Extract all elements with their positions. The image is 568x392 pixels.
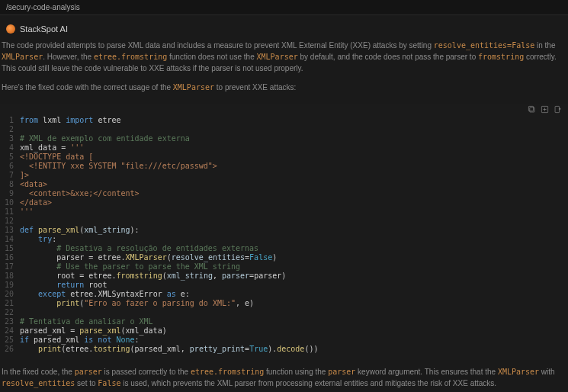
code-line: 24parsed_xml = parse_xml(xml_data) (3, 326, 562, 336)
code-line: 9 <content>&xxe;</content> (3, 189, 562, 198)
code-line: 4xml_data = ''' (3, 143, 562, 153)
code-line: 18 root = etree.fromstring(xml_string, p… (3, 272, 562, 281)
code-line: 17 # Use the parser to parse the XML str… (3, 262, 562, 272)
text: is passed correctly to the (102, 368, 191, 376)
text: set to (75, 379, 98, 387)
text: with (539, 368, 555, 376)
line-content: # Use the parser to parse the XML string (20, 262, 240, 272)
text: to prevent XXE attacks: (214, 83, 296, 92)
line-number: 8 (3, 180, 20, 189)
line-number: 19 (3, 281, 20, 290)
text: in the (534, 41, 555, 50)
line-content: </data> (20, 198, 52, 207)
assistant-message: The code provided attempts to parse XML … (0, 38, 568, 96)
code-line: 12 (3, 217, 562, 226)
code-line: 14 try: (3, 235, 562, 244)
line-number: 4 (3, 143, 20, 153)
line-number: 10 (3, 198, 20, 207)
line-content: print("Erro ao fazer o parsing do XML:",… (20, 299, 254, 308)
new-file-icon[interactable] (554, 105, 562, 114)
line-number: 26 (3, 345, 20, 354)
code-line: 1from lxml import etree (3, 116, 562, 125)
svg-rect-5 (555, 106, 560, 112)
line-number: 13 (3, 226, 20, 235)
line-number: 14 (3, 235, 20, 244)
line-content: <!ENTITY xxe SYSTEM "file:///etc/passwd"… (20, 162, 217, 171)
code-line: 7]> (3, 171, 562, 180)
inline-code: parser (75, 368, 102, 376)
line-content: except etree.XMLSyntaxError as e: (20, 290, 190, 299)
text: is used, which prevents the XML parser f… (120, 379, 496, 387)
line-content: if parsed_xml is not None: (20, 336, 140, 345)
line-content: parsed_xml = parse_xml(xml_data) (20, 326, 167, 336)
line-content: def parse_xml(xml_string): (20, 226, 140, 235)
assistant-header: StackSpot AI (0, 15, 568, 38)
code-line: 13def parse_xml(xml_string): (3, 226, 562, 235)
line-content: <data> (20, 180, 47, 189)
line-content: ]> (20, 171, 29, 180)
line-number: 6 (3, 162, 20, 171)
line-content: print(etree.tostring(parsed_xml, pretty_… (20, 345, 318, 354)
text: . However, the (43, 53, 94, 61)
code-line: 25if parsed_xml is not None: (3, 336, 562, 345)
inline-code: XMLParser (257, 53, 298, 61)
code-line: 26 print(etree.tostring(parsed_xml, pret… (3, 345, 562, 354)
code-line: 20 except etree.XMLSyntaxError as e: (3, 290, 562, 299)
code-line: 15 # Desativa a resolução de entidades e… (3, 244, 562, 253)
text: function using the (264, 368, 328, 376)
code-line: 23# Tentativa de analisar o XML (3, 317, 562, 326)
inline-code: etree.fromstring (191, 368, 264, 376)
code-line: 2 (3, 125, 562, 134)
line-number: 18 (3, 272, 20, 281)
code-line: 6 <!ENTITY xxe SYSTEM "file:///etc/passw… (3, 162, 562, 171)
line-number: 23 (3, 317, 20, 326)
line-number: 11 (3, 207, 20, 217)
code-line: 10</data> (3, 198, 562, 207)
code-line: 22 (3, 308, 562, 317)
line-content: xml_data = ''' (20, 143, 84, 153)
line-number: 7 (3, 171, 20, 180)
code-toolbar (528, 105, 562, 114)
inline-code: XMLParser (2, 53, 43, 61)
line-number: 25 (3, 336, 20, 345)
code-line: 3# XML de exemplo com entidade externa (3, 134, 562, 143)
line-number: 24 (3, 326, 20, 336)
line-content: # XML de exemplo com entidade externa (20, 134, 190, 143)
text: Here's the fixed code with the correct u… (2, 83, 173, 92)
svg-rect-0 (530, 108, 534, 112)
line-number: 15 (3, 244, 20, 253)
assistant-footer-message: In the fixed code, the parser is passed … (0, 360, 568, 390)
inline-code: XMLParser (173, 83, 214, 92)
inline-code: resolve_entities (2, 379, 75, 387)
text: keyword argument. This ensures that the (355, 368, 498, 376)
text: In the fixed code, the (2, 368, 75, 376)
line-number: 20 (3, 290, 20, 299)
code-line: 19 return root (3, 281, 562, 290)
line-number: 5 (3, 153, 20, 162)
line-content: from lxml import etree (20, 116, 120, 125)
line-number: 21 (3, 299, 20, 308)
line-number: 16 (3, 253, 20, 262)
line-number: 12 (3, 217, 20, 226)
line-content: <!DOCTYPE data [ (20, 153, 93, 162)
code-line: 8<data> (3, 180, 562, 189)
inline-code: resolve_entities=False (434, 41, 534, 50)
code-line: 11''' (3, 207, 562, 217)
inline-code: False (98, 379, 120, 387)
line-number: 9 (3, 189, 20, 198)
stackspot-logo-icon (6, 24, 15, 34)
insert-icon[interactable] (541, 105, 549, 114)
line-number: 17 (3, 262, 20, 272)
line-content: <content>&xxe;</content> (20, 189, 140, 198)
code-content[interactable]: 1from lxml import etree23# XML de exempl… (0, 104, 568, 360)
text: The code provided attempts to parse XML … (2, 41, 434, 50)
line-number: 22 (3, 308, 20, 317)
line-number: 2 (3, 125, 20, 134)
line-content: ''' (20, 207, 34, 217)
svg-rect-1 (528, 106, 533, 111)
text: by default, and the code does not pass t… (298, 53, 478, 61)
inline-code: etree.fromstring (94, 53, 167, 61)
line-content: root = etree.fromstring(xml_string, pars… (20, 272, 286, 281)
copy-icon[interactable] (528, 105, 536, 114)
code-line: 21 print("Erro ao fazer o parsing do XML… (3, 299, 562, 308)
